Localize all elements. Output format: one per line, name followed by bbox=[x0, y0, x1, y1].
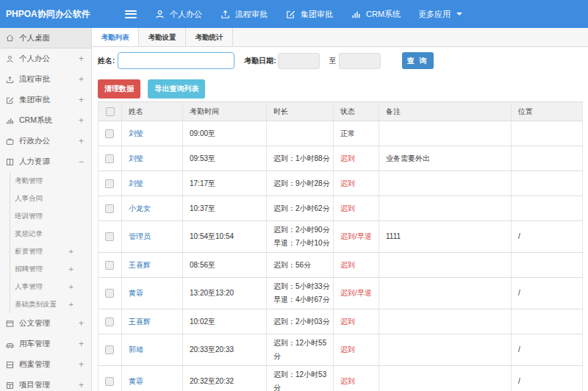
tab-考勤列表[interactable]: 考勤列表 bbox=[92, 28, 139, 46]
expand-plus-icon[interactable]: + bbox=[79, 95, 84, 105]
sidebar-item-公文管理[interactable]: 公文管理+ bbox=[0, 313, 91, 334]
date-to-input[interactable] bbox=[339, 53, 381, 69]
app-logo[interactable]: PHPOA协同办公软件 bbox=[0, 8, 125, 21]
sidebar-subitem-招聘管理[interactable]: 招聘管理+ bbox=[10, 260, 91, 278]
expand-plus-icon[interactable]: + bbox=[69, 265, 74, 273]
tab-考勤统计[interactable]: 考勤统计 bbox=[186, 28, 233, 46]
expand-plus-icon[interactable]: + bbox=[69, 247, 74, 256]
sidebar-subitem-考勤管理[interactable]: 考勤管理 bbox=[10, 172, 91, 190]
sidebar-item-label: 流程审批 bbox=[19, 74, 50, 85]
search-button[interactable]: 查 询 bbox=[402, 52, 434, 69]
sidebar-subitem-基础类别设置[interactable]: 基础类别设置+ bbox=[10, 295, 91, 313]
employee-name-link[interactable]: 黄蓉 bbox=[129, 289, 143, 297]
expand-plus-icon[interactable]: + bbox=[79, 74, 84, 85]
main-content: 考勤列表考勤设置考勤统计 姓名: 考勤日期: 至 查 询 清理数据 导出查询列表… bbox=[92, 28, 588, 391]
sidebar-item-个人办公[interactable]: 个人办公+ bbox=[0, 49, 91, 69]
nav-item-label: 更多应用 bbox=[418, 9, 451, 20]
menu-toggle-icon[interactable] bbox=[125, 10, 137, 18]
duration-cell: 迟到：12小时53分 bbox=[267, 366, 334, 391]
row-checkbox[interactable] bbox=[105, 232, 114, 241]
expand-plus-icon[interactable]: + bbox=[69, 300, 74, 309]
name-filter-input[interactable] bbox=[118, 52, 234, 69]
nav-item-流程审批[interactable]: 流程审批 bbox=[220, 9, 268, 20]
expand-plus-icon[interactable]: + bbox=[79, 380, 84, 390]
employee-name-link[interactable]: 刘莹 bbox=[129, 154, 143, 162]
row-checkbox[interactable] bbox=[105, 204, 114, 213]
row-checkbox[interactable] bbox=[105, 345, 114, 354]
status-cell: 迟到 bbox=[334, 171, 379, 196]
collapse-minus-icon[interactable]: − bbox=[79, 157, 84, 167]
row-checkbox[interactable] bbox=[105, 261, 114, 270]
nav-item-更多应用[interactable]: 更多应用 bbox=[418, 9, 462, 20]
employee-name-link[interactable]: 王喜辉 bbox=[129, 261, 151, 269]
sidebar-item-行政办公[interactable]: 行政办公+ bbox=[0, 131, 91, 151]
date-to-label: 至 bbox=[329, 56, 337, 66]
duration-cell: 迟到：9小时28分 bbox=[267, 171, 334, 196]
clean-data-button[interactable]: 清理数据 bbox=[98, 79, 140, 98]
sidebar-submenu: 考勤管理人事合同培训管理奖惩记录薪资管理+招聘管理+人事管理+基础类别设置+ bbox=[10, 172, 91, 313]
sidebar-item-CRM系统[interactable]: CRM系统+ bbox=[0, 110, 91, 131]
archive-icon bbox=[5, 360, 15, 370]
table-row: 黄蓉20:32至20:32迟到：12小时53分迟到/ bbox=[98, 366, 583, 391]
employee-name-link[interactable]: 刘莹 bbox=[129, 179, 143, 187]
status-cell: 迟到 bbox=[334, 146, 379, 171]
nav-item-CRM系统[interactable]: CRM系统 bbox=[351, 9, 401, 20]
row-checkbox[interactable] bbox=[105, 179, 114, 188]
tab-bar: 考勤列表考勤设置考勤统计 bbox=[92, 28, 588, 47]
location-cell bbox=[512, 171, 583, 196]
sidebar-subitem-label: 奖惩记录 bbox=[15, 229, 43, 239]
sidebar-item-label: 用车管理 bbox=[19, 339, 50, 349]
sidebar-item-人力资源[interactable]: 人力资源− bbox=[0, 151, 91, 172]
expand-plus-icon[interactable]: + bbox=[79, 359, 84, 370]
expand-plus-icon[interactable]: + bbox=[79, 54, 84, 64]
employee-name-link[interactable]: 管理员 bbox=[129, 232, 151, 240]
location-cell: / bbox=[512, 366, 583, 391]
select-all-checkbox[interactable] bbox=[106, 107, 115, 116]
row-checkbox[interactable] bbox=[105, 129, 114, 138]
employee-name-link[interactable]: 刘莹 bbox=[129, 129, 143, 137]
employee-name-link[interactable]: 小龙女 bbox=[129, 204, 151, 212]
sidebar-item-用车管理[interactable]: 用车管理+ bbox=[0, 334, 91, 354]
note-cell bbox=[379, 171, 512, 196]
expand-plus-icon[interactable]: + bbox=[79, 339, 84, 349]
status-cell: 迟到 bbox=[334, 334, 379, 366]
nav-item-个人办公[interactable]: 个人办公 bbox=[154, 9, 202, 20]
date-from-input[interactable] bbox=[278, 53, 320, 69]
duration-cell: 迟到：5小时33分 早退：4小时67分 bbox=[267, 278, 334, 309]
table-row: 小龙女10:37至迟到：2小时62分迟到 bbox=[98, 196, 583, 221]
sidebar-item-项目管理[interactable]: 项目管理+ bbox=[0, 375, 91, 391]
sidebar-subitem-label: 基础类别设置 bbox=[15, 300, 57, 309]
table-row: 黄蓉13:20至13:20迟到：5小时33分 早退：4小时67分迟到/早退/ bbox=[98, 278, 583, 309]
expand-plus-icon[interactable]: + bbox=[79, 115, 84, 126]
sidebar-item-个人桌面[interactable]: 个人桌面 bbox=[0, 28, 91, 49]
tab-考勤设置[interactable]: 考勤设置 bbox=[139, 28, 186, 46]
sidebar-subitem-培训管理[interactable]: 培训管理 bbox=[10, 207, 91, 225]
expand-plus-icon[interactable]: + bbox=[79, 318, 84, 329]
sidebar-subitem-label: 培训管理 bbox=[15, 212, 43, 221]
sidebar-subitem-奖惩记录[interactable]: 奖惩记录 bbox=[10, 225, 91, 243]
nav-item-集团审批[interactable]: 集团审批 bbox=[285, 9, 333, 20]
sidebar-subitem-薪资管理[interactable]: 薪资管理+ bbox=[10, 243, 91, 260]
expand-plus-icon[interactable]: + bbox=[69, 282, 74, 291]
employee-name-link[interactable]: 黄蓉 bbox=[129, 377, 143, 385]
action-bar: 清理数据 导出查询列表 bbox=[92, 74, 588, 101]
sidebar-item-流程审批[interactable]: 流程审批+ bbox=[0, 69, 91, 90]
row-checkbox[interactable] bbox=[105, 154, 114, 163]
employee-name-link[interactable]: 王喜辉 bbox=[129, 318, 151, 326]
sidebar-subitem-label: 人事管理 bbox=[15, 282, 43, 292]
export-list-button[interactable]: 导出查询列表 bbox=[148, 79, 205, 98]
sidebar-subitem-人事管理[interactable]: 人事管理+ bbox=[10, 278, 91, 295]
sidebar-subitem-人事合同[interactable]: 人事合同 bbox=[10, 190, 91, 207]
row-checkbox[interactable] bbox=[105, 318, 114, 326]
nav-item-label: 个人办公 bbox=[170, 9, 202, 20]
sidebar-item-集团审批[interactable]: 集团审批+ bbox=[0, 90, 91, 110]
note-cell bbox=[379, 196, 512, 221]
status-cell: 迟到/早退 bbox=[334, 278, 379, 309]
sidebar-item-label: 公文管理 bbox=[19, 318, 50, 329]
sidebar-item-label: 集团审批 bbox=[19, 95, 50, 105]
sidebar-item-档案管理[interactable]: 档案管理+ bbox=[0, 354, 91, 375]
row-checkbox[interactable] bbox=[105, 377, 114, 386]
expand-plus-icon[interactable]: + bbox=[79, 136, 84, 146]
employee-name-link[interactable]: 郭靖 bbox=[129, 345, 143, 354]
row-checkbox[interactable] bbox=[105, 289, 114, 298]
